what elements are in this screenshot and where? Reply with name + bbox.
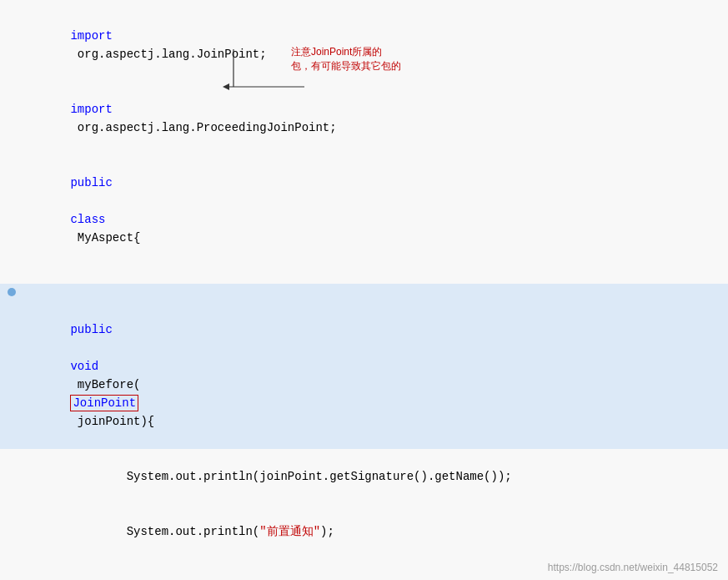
line-content-5: public void myBefore( JoinPoint joinPoin… — [20, 284, 721, 449]
code-line-4 — [0, 265, 728, 284]
text: org.aspectj.lang.JoinPoint; — [70, 48, 266, 61]
keyword-public: public — [70, 176, 112, 189]
code-line-6: System.out.println(joinPoint.getSignatur… — [0, 449, 728, 504]
line-content-4 — [20, 265, 721, 284]
gutter-5 — [3, 288, 20, 296]
breakpoint-dot-5 — [8, 288, 16, 296]
text: org.aspectj.lang.ProceedingJoinPoint; — [70, 121, 336, 134]
keyword-import2: import — [70, 103, 112, 116]
keyword-import: import — [70, 29, 112, 43]
code-line-3: public class MyAspect{ — [0, 155, 728, 265]
keyword-class: class — [70, 213, 105, 226]
line-content-1: import org.aspectj.lang.JoinPoint; — [20, 8, 721, 82]
watermark: https://blog.csdn.net/weixin_44815052 — [548, 562, 718, 573]
code-line-7: System.out.println("前置通知"); — [0, 504, 728, 559]
line-content-3: public class MyAspect{ — [20, 155, 721, 265]
code-editor: import org.aspectj.lang.JoinPoint; impor… — [0, 0, 728, 580]
line-content-6: System.out.println(joinPoint.getSignatur… — [20, 449, 721, 504]
line-content-7: System.out.println("前置通知"); — [20, 504, 721, 559]
code-line-5: public void myBefore( JoinPoint joinPoin… — [0, 284, 728, 449]
joinpoint-highlight: JoinPoint — [70, 395, 138, 411]
line-content-2: import org.aspectj.lang.ProceedingJoinPo… — [20, 82, 721, 155]
code-line-2: import org.aspectj.lang.ProceedingJoinPo… — [0, 82, 728, 155]
code-line-1: import org.aspectj.lang.JoinPoint; — [0, 8, 728, 82]
